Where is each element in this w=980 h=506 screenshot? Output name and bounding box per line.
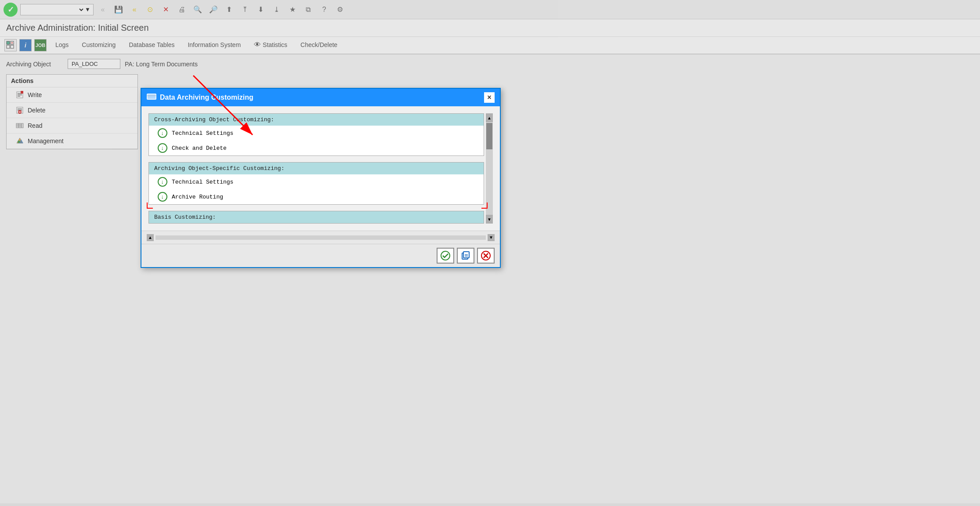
hscroll-left[interactable]: ▲ [147,234,154,241]
basis-customizing-section: Basis Customizing: [148,211,484,224]
modal-bottom-scroll: ▲ ▼ [141,231,500,244]
bracket-left [147,202,153,209]
tech-settings-1-icon [158,128,167,138]
modal-close-button[interactable]: × [484,92,495,103]
modal-overlay: Data Archiving Customizing × Cross-Archi… [0,0,980,506]
cross-archiving-header: Cross-Archiving Object Customizing: [149,114,484,126]
object-specific-header: Archiving Object-Specific Customizing: [149,163,484,174]
modal-title-text: Data Archiving Customizing [160,94,253,101]
bracket-right [481,202,488,209]
modal-header: Data Archiving Customizing × [141,89,500,106]
ok-button[interactable] [437,248,454,264]
archive-routing-icon [158,192,167,202]
modal-data-archiving: Data Archiving Customizing × Cross-Archi… [141,88,501,268]
tech-settings-2-item[interactable]: Technical Settings [149,174,484,189]
scroll-down-arrow[interactable]: ▼ [486,215,493,224]
modal-body: Cross-Archiving Object Customizing: Tech… [141,106,500,231]
svg-point-30 [441,251,450,260]
modal-title-area: Data Archiving Customizing [147,93,253,103]
svg-rect-28 [148,94,155,99]
cancel-button[interactable] [477,248,495,264]
modal-scroll-area: Cross-Archiving Object Customizing: Tech… [148,113,484,224]
tech-settings-1-item[interactable]: Technical Settings [149,126,484,141]
object-specific-section: Archiving Object-Specific Customizing: T… [148,162,484,205]
content-area: Archiving Object PA_LDOC PA: Long Term D… [0,54,980,503]
basis-customizing-header: Basis Customizing: [149,211,484,223]
cross-archiving-section: Cross-Archiving Object Customizing: Tech… [148,113,484,156]
modal-footer [141,244,500,267]
scroll-thumb[interactable] [486,123,492,149]
copy-button[interactable] [457,248,474,264]
hscroll-right[interactable]: ▼ [488,234,495,241]
scroll-up-arrow[interactable]: ▲ [486,113,493,122]
archive-routing-item[interactable]: Archive Routing [149,189,484,204]
check-delete-1-item[interactable]: Check and Delete [149,141,484,155]
hscroll-track [155,235,486,240]
check-delete-1-icon [158,143,167,153]
modal-title-icon [147,93,156,103]
tech-settings-2-icon [158,177,167,187]
